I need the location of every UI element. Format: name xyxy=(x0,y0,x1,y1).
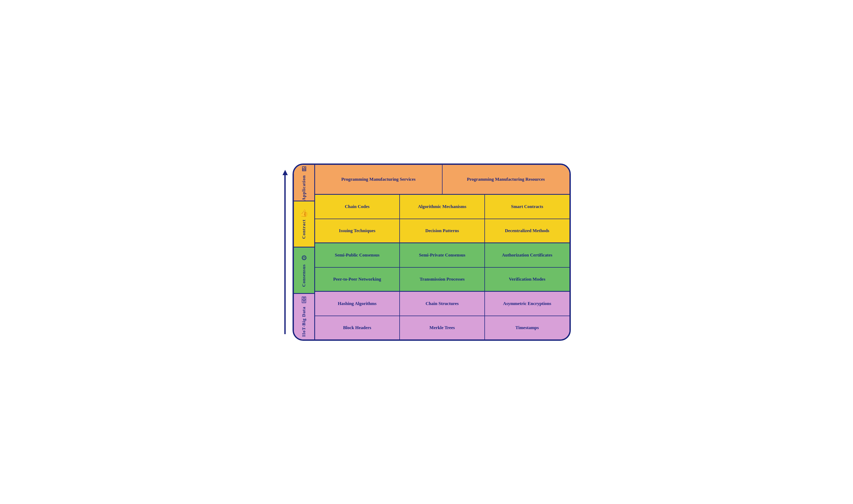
contract-group: Chain Codes Algorithmic Mechanisms Smart… xyxy=(315,195,569,243)
cell-iiot-1-0: Block Headers xyxy=(315,316,400,339)
cell-app-0-1: Programming Manufacturing Resources xyxy=(442,165,569,194)
cell-contract-0-1: Algorithmic Mechanisms xyxy=(399,195,485,219)
page-wrapper: 🖥 Application 👍 Contract ⚙ Consensus 🗄 I… xyxy=(274,156,579,349)
cell-iiot-0-0: Hashing Algorithms xyxy=(315,292,400,316)
sidebar-contract: 👍 Contract xyxy=(294,201,315,248)
cell-consensus-1-1: Transmission Processes xyxy=(399,268,485,291)
iiot-group: Hashing Algorithms Chain Structures Asym… xyxy=(315,292,569,339)
cell-consensus-1-2: Verification Modes xyxy=(485,268,569,291)
arrow-head xyxy=(283,170,288,175)
cell-contract-1-0: Issuing Techniques xyxy=(315,219,400,242)
sidebar-application: 🖥 Application xyxy=(294,165,315,201)
application-icon: 🖥 xyxy=(301,165,307,173)
cell-consensus-0-2: Authorization Certificates xyxy=(485,243,569,267)
arrow-line xyxy=(284,175,286,334)
application-label: Application xyxy=(301,175,307,201)
contract-icon: 👍 xyxy=(300,209,308,217)
iiot-row-1: Block Headers Merkle Trees Timestamps xyxy=(315,316,569,339)
sidebar: 🖥 Application 👍 Contract ⚙ Consensus 🗄 I… xyxy=(294,165,315,339)
cell-app-0-0: Programming Manufacturing Services xyxy=(315,165,442,194)
cell-iiot-1-1: Merkle Trees xyxy=(399,316,485,339)
cell-contract-0-2: Smart Contracts xyxy=(485,195,569,219)
cell-consensus-0-1: Semi-Private Consensus xyxy=(399,243,485,267)
consensus-row-0: Semi-Public Consensus Semi-Private Conse… xyxy=(315,243,569,267)
iiot-icon: 🗄 xyxy=(301,296,307,304)
cell-contract-0-0: Chain Codes xyxy=(315,195,400,219)
contract-row-1: Issuing Techniques Decision Patterns Dec… xyxy=(315,219,569,242)
consensus-label: Consensus xyxy=(301,264,307,287)
cell-iiot-0-2: Asymmetric Encryptions xyxy=(485,292,569,316)
cell-iiot-1-2: Timestamps xyxy=(485,316,569,339)
cell-contract-1-1: Decision Patterns xyxy=(399,219,485,242)
consensus-icon: ⚙ xyxy=(301,254,307,262)
consensus-group: Semi-Public Consensus Semi-Private Conse… xyxy=(315,243,569,292)
iiot-row-0: Hashing Algorithms Chain Structures Asym… xyxy=(315,292,569,316)
cell-contract-1-2: Decentralized Methods xyxy=(485,219,569,242)
contract-label: Contract xyxy=(301,219,307,239)
application-row-0: Programming Manufacturing Services Progr… xyxy=(315,165,569,194)
application-group: Programming Manufacturing Services Progr… xyxy=(315,165,569,195)
cell-consensus-1-0: Peer-to-Peer Networking xyxy=(315,268,400,291)
main-card: 🖥 Application 👍 Contract ⚙ Consensus 🗄 I… xyxy=(293,163,571,341)
cell-consensus-0-0: Semi-Public Consensus xyxy=(315,243,400,267)
sidebar-consensus: ⚙ Consensus xyxy=(294,248,315,294)
cell-iiot-0-1: Chain Structures xyxy=(399,292,485,316)
sidebar-iiot: 🗄 IIoT-Big Data xyxy=(294,294,315,339)
upward-arrow xyxy=(283,170,288,334)
consensus-row-1: Peer-to-Peer Networking Transmission Pro… xyxy=(315,267,569,291)
contract-row-0: Chain Codes Algorithmic Mechanisms Smart… xyxy=(315,195,569,219)
iiot-label: IIoT-Big Data xyxy=(301,307,307,337)
content-area: Programming Manufacturing Services Progr… xyxy=(315,165,569,339)
